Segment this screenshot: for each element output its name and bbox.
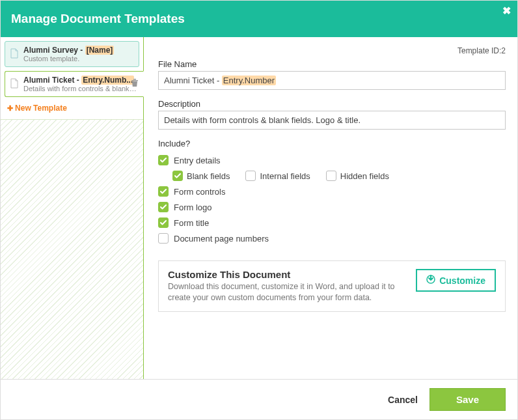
checkbox-label: Hidden fields <box>340 171 389 181</box>
template-item-sub: Details with form controls & blank fie..… <box>23 85 138 92</box>
customize-panel: Customize This Document Download this do… <box>158 260 506 312</box>
cancel-button[interactable]: Cancel <box>388 395 418 405</box>
checkbox-hidden-fields[interactable] <box>326 171 336 181</box>
template-item-title: Alumni Ticket - Entry.Numb... <box>23 76 138 85</box>
checkbox-label: Entry details <box>174 156 221 165</box>
checkbox-label: Blank fields <box>187 171 230 181</box>
close-icon[interactable]: ✖ <box>502 5 511 17</box>
trash-icon[interactable] <box>130 78 139 87</box>
checkbox-form-controls[interactable] <box>158 186 169 197</box>
include-label: Include? <box>158 139 506 148</box>
save-button[interactable]: Save <box>429 388 506 411</box>
checkbox-label: Form title <box>174 218 209 228</box>
checkbox-internal-fields[interactable] <box>245 171 256 181</box>
checkbox-entry-details[interactable] <box>158 155 169 165</box>
template-id-label: Template ID:2 <box>158 46 506 55</box>
main-panel: Template ID:2 File Name Alumni Ticket - … <box>144 37 517 379</box>
checkbox-label: Internal fields <box>260 171 310 181</box>
checkbox-doc-page-numbers[interactable] <box>158 233 169 244</box>
sidebar-fill <box>1 119 143 379</box>
file-name-label: File Name <box>158 59 506 69</box>
customize-button[interactable]: Customize <box>416 269 496 292</box>
template-item[interactable]: Alumni Ticket - Entry.Numb... Details wi… <box>5 71 144 97</box>
checkbox-label: Form logo <box>174 203 212 212</box>
document-icon <box>10 48 19 59</box>
dialog-footer: Cancel Save <box>1 379 517 419</box>
description-label: Description <box>158 99 506 109</box>
checkbox-form-logo[interactable] <box>158 202 169 212</box>
dialog-title: Manage Document Templates <box>11 12 185 26</box>
checkbox-label: Form controls <box>174 187 225 197</box>
new-template-button[interactable]: New Template <box>5 101 139 115</box>
checkbox-blank-fields[interactable] <box>172 171 183 181</box>
download-icon <box>426 275 435 286</box>
customize-title: Customize This Document <box>168 269 403 280</box>
customize-desc: Download this document, customize it in … <box>168 281 403 303</box>
template-item-sub: Custom template. <box>23 55 133 63</box>
description-input[interactable]: Details with form controls & blank field… <box>158 111 506 130</box>
document-icon <box>10 78 19 89</box>
dialog-header: Manage Document Templates ✖ <box>1 1 517 37</box>
checkbox-form-title[interactable] <box>158 217 169 228</box>
template-item-title: Alumni Survey - [Name] <box>23 46 133 55</box>
template-list-sidebar: Alumni Survey - [Name] Custom template. … <box>1 37 144 379</box>
template-item[interactable]: Alumni Survey - [Name] Custom template. <box>5 41 139 67</box>
file-name-input[interactable]: Alumni Ticket - Entry.Number <box>158 71 506 90</box>
checkbox-label: Document page numbers <box>174 234 269 244</box>
